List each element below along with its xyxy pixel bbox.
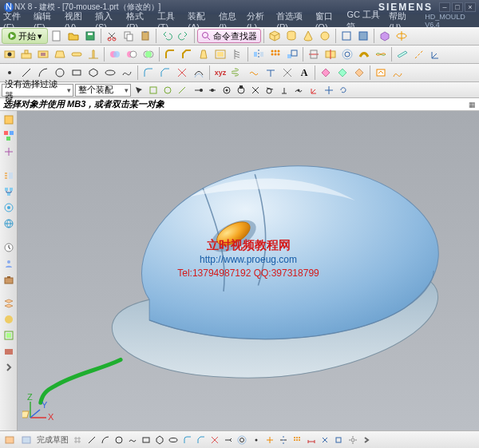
thread-button[interactable] xyxy=(229,46,245,62)
pocket-button[interactable] xyxy=(35,46,51,62)
web-button[interactable] xyxy=(2,216,16,231)
open-button[interactable] xyxy=(65,28,81,44)
graphics-viewport[interactable]: 立时视频教程网 http://www.proeug.com Tel:137949… xyxy=(18,111,479,430)
draft-button[interactable] xyxy=(196,46,212,62)
sketch-on-path-button[interactable] xyxy=(390,65,406,81)
diamond-3-button[interactable] xyxy=(351,65,367,81)
project-button[interactable] xyxy=(263,65,279,81)
sketch-tab-1[interactable] xyxy=(2,432,18,448)
curve-fillet-button[interactable] xyxy=(141,65,156,81)
sew-button[interactable] xyxy=(373,46,389,62)
snap-quad-button[interactable] xyxy=(235,84,247,97)
redo-button[interactable] xyxy=(176,28,192,44)
start-button[interactable]: 开始 ▾ xyxy=(2,28,48,44)
curve-chamfer-button[interactable] xyxy=(157,65,173,81)
snap-tangent-button[interactable] xyxy=(263,84,276,97)
diamond-2-button[interactable] xyxy=(335,65,350,81)
b-circle-button[interactable] xyxy=(113,434,125,446)
datum-axis-button[interactable] xyxy=(411,46,427,62)
dependencies-button[interactable] xyxy=(2,184,16,199)
selection-filter-combo[interactable]: 没有选择过滤器 xyxy=(2,84,73,97)
snap-toggle-3[interactable] xyxy=(176,84,188,97)
paste-button[interactable] xyxy=(137,28,153,44)
thicken-button[interactable] xyxy=(356,46,372,62)
snap-toggle-1[interactable] xyxy=(147,84,160,97)
revolve-button[interactable] xyxy=(394,28,410,44)
offset-button[interactable] xyxy=(339,46,355,62)
box-wire-button[interactable] xyxy=(338,28,354,44)
undo-button[interactable] xyxy=(159,28,175,44)
visual-button[interactable] xyxy=(2,328,16,343)
pad-button[interactable] xyxy=(52,46,68,62)
select-cursor-button[interactable] xyxy=(133,84,145,97)
b-constraint2-button[interactable] xyxy=(332,434,345,446)
box-shaded-button[interactable] xyxy=(355,28,371,44)
snap-perp-button[interactable] xyxy=(278,84,291,97)
surface-curve-button[interactable] xyxy=(246,65,262,81)
close-button[interactable]: × xyxy=(465,2,476,12)
cone-button[interactable] xyxy=(300,28,316,44)
extrude-button[interactable] xyxy=(377,28,393,44)
curve-offset-button[interactable] xyxy=(191,65,207,81)
minimize-button[interactable]: – xyxy=(439,2,450,12)
new-file-button[interactable] xyxy=(49,28,65,44)
snap-toggle-2[interactable] xyxy=(161,84,174,97)
clock-button[interactable] xyxy=(2,240,16,255)
b-settings-button[interactable] xyxy=(346,434,359,446)
rib-button[interactable] xyxy=(85,46,101,62)
chamfer-button[interactable] xyxy=(179,46,195,62)
snap-near-button[interactable] xyxy=(292,84,305,97)
polygon-button[interactable] xyxy=(85,65,101,81)
b-pattern-button[interactable] xyxy=(291,434,303,446)
block-button[interactable] xyxy=(267,28,283,44)
layers-button[interactable] xyxy=(2,296,16,311)
rotate-button[interactable] xyxy=(337,84,350,97)
sphere-button[interactable] xyxy=(317,28,333,44)
snap-center-button[interactable] xyxy=(220,84,233,97)
rectangle-button[interactable] xyxy=(69,65,85,81)
b-ellipse-button[interactable] xyxy=(167,434,180,446)
datum-csys-button[interactable] xyxy=(428,46,444,62)
materials-button[interactable] xyxy=(2,312,16,327)
mirror-button[interactable] xyxy=(251,46,267,62)
subtract-button[interactable] xyxy=(124,46,140,62)
spline-button[interactable] xyxy=(119,65,135,81)
snap-mid-button[interactable] xyxy=(206,84,219,97)
b-polygon-button[interactable] xyxy=(153,434,166,446)
b-grid-button[interactable] xyxy=(71,434,84,446)
sketch-tab-2[interactable] xyxy=(18,432,34,448)
intersect-curve-button[interactable] xyxy=(279,65,295,81)
b-constraint-button[interactable] xyxy=(319,434,331,446)
cylinder-button[interactable] xyxy=(283,28,299,44)
fillet-button[interactable] xyxy=(162,46,178,62)
b-arc-button[interactable] xyxy=(99,434,112,446)
part-navigator-button[interactable] xyxy=(2,113,16,127)
b-more-button[interactable] xyxy=(360,434,373,446)
copy-button[interactable] xyxy=(121,28,137,44)
split-button[interactable] xyxy=(323,46,338,62)
hole-button[interactable] xyxy=(2,46,18,62)
xyz-button[interactable]: xyz xyxy=(212,65,228,81)
snap-end-button[interactable] xyxy=(192,84,204,97)
trim-button[interactable] xyxy=(306,46,322,62)
b-extend-button[interactable] xyxy=(222,434,235,446)
toolbox-button[interactable] xyxy=(2,272,16,287)
b-mirror-button[interactable] xyxy=(277,434,290,446)
b-line-button[interactable] xyxy=(85,434,98,446)
helix-button[interactable] xyxy=(229,65,245,81)
assembly-navigator-button[interactable] xyxy=(2,129,16,143)
intersect-button[interactable] xyxy=(141,46,156,62)
b-trim-button[interactable] xyxy=(208,434,221,446)
ellipse-button[interactable] xyxy=(102,65,118,81)
reuse-button[interactable] xyxy=(2,344,16,359)
b-chamfer-button[interactable] xyxy=(195,434,208,446)
boss-button[interactable] xyxy=(18,46,34,62)
maximize-button[interactable]: □ xyxy=(452,2,463,12)
selection-scope-combo[interactable]: 整个装配 xyxy=(75,84,131,97)
roles-button[interactable] xyxy=(2,256,16,271)
slot-button[interactable] xyxy=(69,46,85,62)
save-button[interactable] xyxy=(82,28,98,44)
shell-button[interactable] xyxy=(212,46,228,62)
constraint-navigator-button[interactable] xyxy=(2,145,16,159)
b-offset-button[interactable] xyxy=(236,434,248,446)
